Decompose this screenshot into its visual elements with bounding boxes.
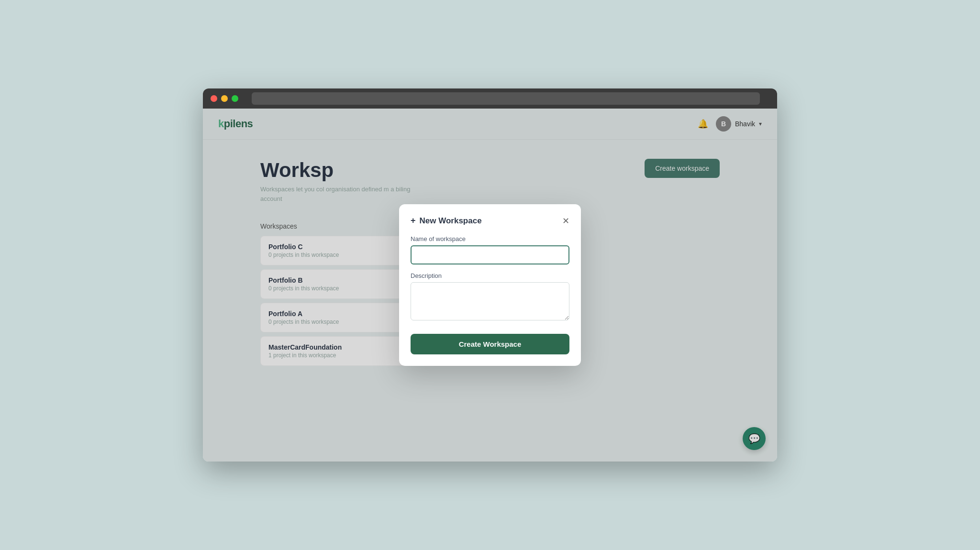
maximize-button[interactable] — [232, 95, 238, 102]
new-workspace-modal: + New Workspace ✕ Name of workspace Desc… — [399, 204, 581, 366]
workspace-description-label: Description — [411, 272, 569, 279]
modal-overlay: + New Workspace ✕ Name of workspace Desc… — [203, 109, 777, 462]
close-button[interactable] — [211, 95, 217, 102]
modal-create-workspace-button[interactable]: Create Workspace — [411, 334, 569, 354]
browser-titlebar — [203, 88, 777, 109]
modal-title-text: New Workspace — [420, 216, 482, 226]
workspace-description-field: Description — [411, 272, 569, 322]
modal-close-button[interactable]: ✕ — [562, 217, 569, 225]
workspace-name-input[interactable] — [411, 245, 569, 264]
minimize-button[interactable] — [221, 95, 228, 102]
plus-icon: + — [411, 216, 416, 226]
workspace-name-field: Name of workspace — [411, 235, 569, 264]
modal-header: + New Workspace ✕ — [411, 216, 569, 226]
browser-window: kpilens 🔔 B Bhavik ▾ Workspaces Workspac… — [203, 88, 777, 462]
workspace-name-label: Name of workspace — [411, 235, 569, 242]
app-content: kpilens 🔔 B Bhavik ▾ Workspaces Workspac… — [203, 109, 777, 462]
workspace-description-input[interactable] — [411, 282, 569, 320]
modal-title: + New Workspace — [411, 216, 482, 226]
address-bar[interactable] — [252, 92, 760, 105]
